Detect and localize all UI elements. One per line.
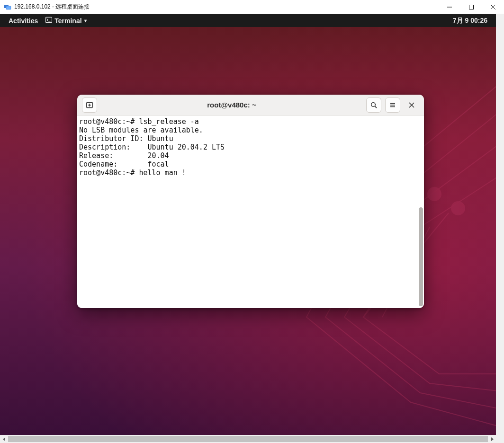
clock-text: 7月 9 00:26 <box>453 17 487 25</box>
remote-viewport: Activities Terminal ▾ 7月 9 00:26 <box>0 14 496 435</box>
svg-rect-1 <box>6 6 11 9</box>
outer-vertical-scrollbar[interactable] <box>496 14 504 435</box>
rdp-window: 192.168.0.102 - 远程桌面连接 <box>0 0 504 443</box>
outer-horizontal-scrollbar[interactable] <box>0 435 496 443</box>
terminal-body[interactable]: root@v480c:~# lsb_release -a No LSB modu… <box>77 115 424 308</box>
svg-point-6 <box>428 187 441 201</box>
maximize-button[interactable] <box>460 0 482 14</box>
svg-point-7 <box>451 202 465 215</box>
terminal-scrollbar-thumb[interactable] <box>419 207 423 306</box>
rdp-app-icon <box>4 3 11 11</box>
ubuntu-desktop[interactable]: Activities Terminal ▾ 7月 9 00:26 <box>0 14 496 435</box>
rdp-content: Activities Terminal ▾ 7月 9 00:26 <box>0 14 504 443</box>
terminal-text[interactable]: root@v480c:~# lsb_release -a No LSB modu… <box>79 117 417 306</box>
svg-line-14 <box>375 106 377 108</box>
outer-hscroll-track[interactable] <box>8 435 488 443</box>
gnome-top-bar: Activities Terminal ▾ 7月 9 00:26 <box>0 14 496 27</box>
new-tab-button[interactable] <box>82 97 97 113</box>
window-controls <box>439 0 504 14</box>
activities-label: Activities <box>9 17 38 25</box>
minimize-button[interactable] <box>439 0 460 14</box>
rdp-titlebar[interactable]: 192.168.0.102 - 远程桌面连接 <box>0 0 504 14</box>
scrollbar-corner <box>496 435 504 443</box>
app-menu[interactable]: Terminal ▾ <box>42 14 90 27</box>
terminal-title: root@v480c: ~ <box>101 101 362 109</box>
terminal-close-button[interactable] <box>404 97 419 113</box>
scroll-left-arrow-icon[interactable] <box>0 435 8 443</box>
terminal-icon <box>45 17 52 25</box>
menu-button[interactable] <box>385 97 400 113</box>
outer-hscroll-thumb[interactable] <box>8 436 488 442</box>
svg-rect-8 <box>46 17 52 22</box>
chevron-down-icon: ▾ <box>84 18 87 23</box>
rdp-title: 192.168.0.102 - 远程桌面连接 <box>14 3 439 11</box>
search-button[interactable] <box>366 97 381 113</box>
terminal-header[interactable]: root@v480c: ~ <box>77 95 424 115</box>
svg-rect-3 <box>469 5 474 9</box>
terminal-scrollbar[interactable] <box>419 117 423 306</box>
app-menu-label: Terminal <box>54 17 81 25</box>
svg-point-13 <box>371 102 376 106</box>
terminal-window: root@v480c: ~ root@v480c:~# lsb_release … <box>77 95 424 308</box>
close-button[interactable] <box>482 0 504 14</box>
clock[interactable]: 7月 9 00:26 <box>449 14 491 27</box>
activities-button[interactable]: Activities <box>5 14 42 27</box>
scroll-right-arrow-icon[interactable] <box>488 435 496 443</box>
